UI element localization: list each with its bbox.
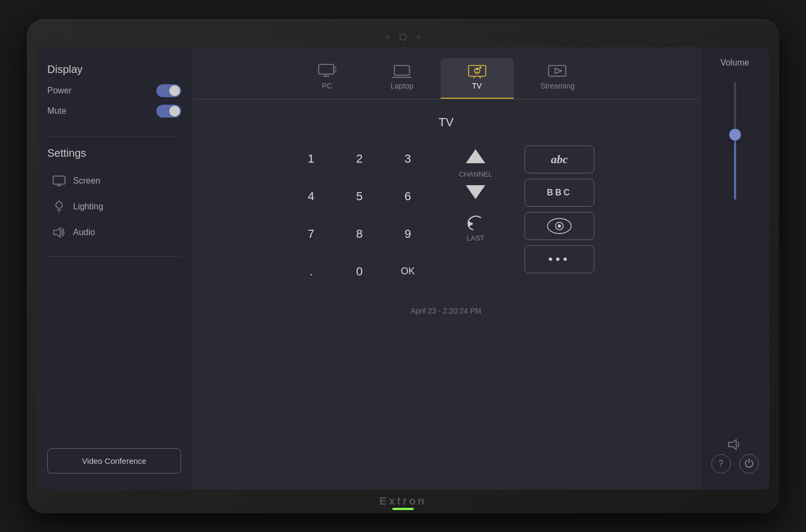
- tab-bar: PC Laptop: [192, 47, 700, 99]
- tv-icon: [467, 63, 487, 78]
- timestamp: April 23 - 2:20:24 PM: [411, 307, 481, 315]
- preset-abc[interactable]: abc: [524, 145, 594, 173]
- svg-rect-19: [549, 65, 566, 76]
- num-3[interactable]: 3: [394, 145, 421, 172]
- preset-abc-label: abc: [551, 152, 568, 166]
- num-1[interactable]: 1: [298, 145, 325, 172]
- tab-laptop[interactable]: Laptop: [364, 58, 441, 99]
- main-content: PC Laptop: [192, 47, 700, 490]
- num-2[interactable]: 2: [346, 145, 373, 172]
- preset-cbs-eye-icon: [546, 217, 573, 235]
- svg-rect-7: [319, 64, 334, 74]
- preset-cbs[interactable]: [524, 212, 594, 240]
- video-conference-button[interactable]: Video Conference: [47, 448, 181, 473]
- settings-section-title: Settings: [47, 147, 181, 159]
- svg-point-15: [479, 67, 481, 69]
- bottom-icons: ?: [711, 454, 759, 479]
- camera-indicator-right: [416, 35, 421, 39]
- tab-pc[interactable]: PC: [291, 58, 364, 99]
- num-4[interactable]: 4: [298, 183, 325, 210]
- svg-rect-13: [469, 65, 486, 76]
- volume-thumb[interactable]: [729, 129, 741, 141]
- left-panel: Display Power Mute Settings: [37, 47, 192, 490]
- volume-fill: [734, 135, 736, 200]
- help-button[interactable]: ?: [711, 454, 731, 473]
- preset-bbc[interactable]: BBC: [524, 179, 594, 207]
- sidebar-item-audio[interactable]: Audio: [47, 220, 181, 245]
- tab-tv[interactable]: TV: [441, 58, 514, 99]
- mute-label: Mute: [47, 106, 67, 116]
- svg-point-3: [56, 202, 62, 208]
- power-button[interactable]: [739, 454, 759, 473]
- power-toggle-row: Power: [47, 84, 181, 97]
- num-5[interactable]: 5: [346, 183, 373, 210]
- power-icon: [744, 458, 754, 470]
- laptop-icon: [392, 63, 412, 78]
- num-dot[interactable]: .: [298, 258, 325, 285]
- preset-more[interactable]: •••: [524, 245, 594, 273]
- tab-streaming-label: Streaming: [541, 82, 575, 90]
- brand-label: Extron: [379, 495, 426, 507]
- svg-point-26: [558, 224, 561, 228]
- num-9[interactable]: 9: [394, 221, 421, 247]
- tab-laptop-label: Laptop: [391, 82, 414, 90]
- svg-point-18: [476, 68, 478, 70]
- divider-1: [47, 136, 181, 136]
- last-button[interactable]: LAST: [466, 215, 485, 243]
- controls-row: 1 2 3 4 5 6 7 8 9 . 0 OK: [214, 145, 678, 285]
- device-bottom: Extron: [37, 490, 769, 509]
- tab-streaming[interactable]: Streaming: [514, 58, 602, 99]
- numpad: 1 2 3 4 5 6 7 8 9 . 0 OK: [298, 145, 427, 285]
- channel-down-button[interactable]: [462, 181, 489, 203]
- right-panel: Volume ?: [700, 47, 769, 490]
- video-conference-label: Video Conference: [82, 456, 147, 465]
- led-indicator: [392, 508, 414, 510]
- power-toggle-knob: [169, 85, 180, 96]
- power-label: Power: [47, 86, 71, 96]
- tv-content: TV 1 2 3 4 5 6 7 8 9 . 0: [192, 99, 700, 490]
- num-ok[interactable]: OK: [394, 258, 421, 285]
- mute-toggle[interactable]: [156, 105, 181, 118]
- num-8[interactable]: 8: [346, 221, 373, 247]
- device-top-bar: [37, 29, 769, 47]
- preset-bbc-label: BBC: [547, 188, 572, 198]
- screen-label: Screen: [73, 176, 100, 186]
- mute-toggle-row: Mute: [47, 105, 181, 118]
- channel-control: CHANNEL LAST: [459, 145, 492, 243]
- preset-more-label: •••: [549, 252, 571, 266]
- tab-pc-label: PC: [322, 82, 332, 90]
- audio-icon: [52, 225, 67, 240]
- pc-icon: [318, 63, 337, 78]
- svg-rect-11: [394, 65, 409, 75]
- divider-2: [47, 256, 181, 257]
- device-body: Display Power Mute Settings: [27, 19, 779, 513]
- screen-icon: [52, 173, 67, 188]
- svg-marker-21: [466, 149, 485, 163]
- svg-marker-23: [468, 221, 473, 227]
- num-7[interactable]: 7: [298, 221, 325, 247]
- svg-marker-20: [555, 68, 562, 74]
- camera-lens: [399, 33, 407, 41]
- screen-area: Display Power Mute Settings: [37, 47, 769, 490]
- streaming-icon: [548, 63, 567, 78]
- svg-marker-6: [54, 228, 60, 237]
- volume-icon: [728, 438, 743, 454]
- svg-marker-22: [466, 185, 485, 199]
- help-icon: ?: [718, 459, 723, 469]
- num-6[interactable]: 6: [394, 183, 421, 210]
- svg-marker-27: [729, 440, 736, 449]
- power-toggle[interactable]: [156, 84, 181, 97]
- lighting-label: Lighting: [73, 202, 103, 212]
- num-0[interactable]: 0: [346, 258, 373, 285]
- volume-slider-container[interactable]: [724, 76, 746, 422]
- last-label: LAST: [467, 234, 485, 242]
- tab-tv-label: TV: [472, 82, 482, 90]
- mute-toggle-knob: [169, 106, 180, 116]
- sidebar-item-screen[interactable]: Screen: [47, 168, 181, 194]
- svg-rect-0: [53, 176, 65, 184]
- audio-label: Audio: [73, 228, 95, 237]
- sidebar-item-lighting[interactable]: Lighting: [47, 194, 181, 220]
- volume-label: Volume: [721, 58, 749, 68]
- channel-presets: abc BBC: [524, 145, 594, 273]
- channel-up-button[interactable]: [462, 145, 489, 167]
